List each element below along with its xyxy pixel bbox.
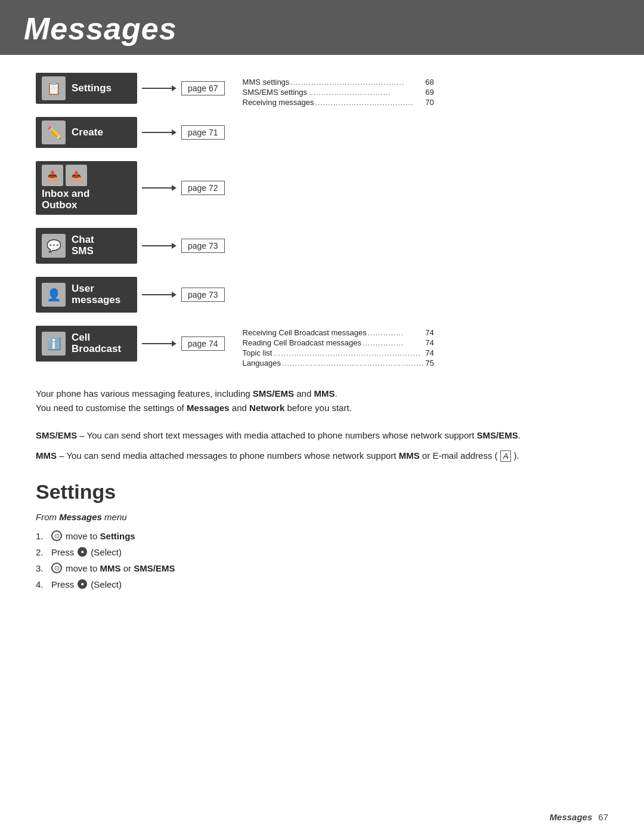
settings-entry-3-page: 70 [425, 98, 434, 107]
create-icon: ✏️ [42, 121, 66, 144]
inbox-label: Inbox andOutbox [42, 189, 89, 211]
settings-entry-1: MMS settings ...........................… [243, 78, 434, 87]
inbox-icon: 📥 [42, 165, 63, 186]
settings-section-heading: Settings [36, 480, 608, 504]
menu-item-row-cell: ℹ️ CellBroadcast page 74 [36, 326, 225, 362]
chat-icon: 💬 [42, 234, 66, 258]
cell-entry-3: Topic list .............................… [243, 348, 434, 357]
from-menu-label: From Messages menu [36, 512, 608, 522]
btn-icon-1: ● [78, 547, 87, 557]
user-page-ref: page 73 [181, 288, 225, 302]
menu-diagram: 📋 Settings page 67 ✏️ Create [36, 73, 608, 369]
user-icon: 👤 [42, 283, 66, 307]
page-header: Messages [0, 0, 644, 55]
cell-entry-1-page: 74 [425, 328, 434, 337]
step-1: 1. ⊙ move to Settings [36, 528, 608, 544]
chat-arrow [142, 243, 177, 249]
inbox-icons: 📥 📤 [42, 165, 87, 186]
step-3: 3. ⊙ move to MMS or SMS/EMS [36, 560, 608, 576]
right-entries-col: MMS settings ...........................… [243, 73, 434, 369]
menu-box-cell: ℹ️ CellBroadcast [36, 326, 137, 362]
steps-list: 1. ⊙ move to Settings 2. Press ● (Select… [36, 528, 608, 592]
footer-page-num: 67 [598, 812, 608, 822]
create-label: Create [72, 126, 103, 138]
cell-entry-2-text: Reading Cell Broadcast messages [243, 338, 361, 347]
chat-page-ref: page 73 [181, 239, 225, 253]
spacer [243, 108, 434, 328]
settings-entry-2-text: SMS/EMS settings [243, 88, 307, 97]
page-footer: Messages 67 [550, 812, 608, 822]
inbox-page-ref: page 72 [181, 181, 225, 195]
menu-box-user: 👤 Usermessages [36, 277, 137, 313]
settings-arrow [142, 85, 177, 91]
create-arrow [142, 129, 177, 135]
cell-entry-3-page: 74 [425, 348, 434, 357]
user-label: Usermessages [72, 283, 120, 305]
cell-entry-2: Reading Cell Broadcast messages ........… [243, 338, 434, 347]
menu-box-create: ✏️ Create [36, 117, 137, 148]
page-content: 📋 Settings page 67 ✏️ Create [0, 55, 644, 616]
cell-arrow [142, 341, 177, 347]
settings-entry-2-page: 69 [425, 88, 434, 97]
settings-page-ref: page 67 [181, 81, 225, 95]
menu-item-row-create: ✏️ Create page 71 [36, 117, 225, 148]
chat-label: ChatSMS [72, 234, 94, 257]
cell-entry-4-text: Languages [243, 359, 281, 368]
description-para2: SMS/EMS – You can send short text messag… [36, 428, 608, 443]
description-para1: Your phone has various messaging feature… [36, 387, 608, 415]
description-para3: MMS – You can send media attached messag… [36, 449, 608, 464]
settings-entry-2: SMS/EMS settings .......................… [243, 88, 434, 97]
cell-entry-1: Receiving Cell Broadcast messages ......… [243, 328, 434, 337]
settings-entry-1-text: MMS settings [243, 78, 290, 87]
menu-items-col: 📋 Settings page 67 ✏️ Create [36, 73, 225, 369]
settings-entry-3-text: Receiving messages [243, 98, 314, 107]
menu-item-row-chat: 💬 ChatSMS page 73 [36, 228, 225, 264]
cell-entry-2-page: 74 [425, 338, 434, 347]
cell-icon: ℹ️ [42, 332, 66, 356]
step-4: 4. Press ● (Select) [36, 576, 608, 592]
menu-box-chat: 💬 ChatSMS [36, 228, 137, 264]
btn-icon-2: ● [78, 579, 87, 589]
page-title: Messages [24, 11, 620, 47]
menu-item-row-user: 👤 Usermessages page 73 [36, 277, 225, 313]
menu-item-row-inbox: 📥 📤 Inbox andOutbox page 72 [36, 161, 225, 215]
outbox-icon: 📤 [66, 165, 87, 186]
menu-box-settings: 📋 Settings [36, 73, 137, 104]
create-page-ref: page 71 [181, 125, 225, 140]
user-arrow [142, 292, 177, 298]
cell-entry-3-text: Topic list [243, 348, 273, 357]
settings-entries: MMS settings ...........................… [243, 78, 434, 108]
cell-entries: Receiving Cell Broadcast messages ......… [243, 328, 434, 369]
cell-entry-4: Languages ..............................… [243, 359, 434, 368]
nav-icon-1: ⊙ [51, 530, 62, 541]
nav-icon-2: ⊙ [51, 563, 62, 573]
menu-box-inbox: 📥 📤 Inbox andOutbox [36, 161, 137, 215]
cell-label: CellBroadcast [72, 332, 121, 354]
settings-label: Settings [72, 82, 112, 94]
footer-label: Messages [550, 812, 593, 822]
settings-entry-1-page: 68 [425, 78, 434, 87]
settings-entry-3: Receiving messages .....................… [243, 98, 434, 107]
menu-item-row-settings: 📋 Settings page 67 [36, 73, 225, 104]
cell-entry-1-text: Receiving Cell Broadcast messages [243, 328, 367, 337]
cell-page-ref: page 74 [181, 336, 225, 351]
inbox-arrow [142, 185, 177, 191]
cell-entry-4-page: 75 [425, 359, 434, 368]
settings-icon: 📋 [42, 76, 66, 100]
step-2: 2. Press ● (Select) [36, 544, 608, 560]
